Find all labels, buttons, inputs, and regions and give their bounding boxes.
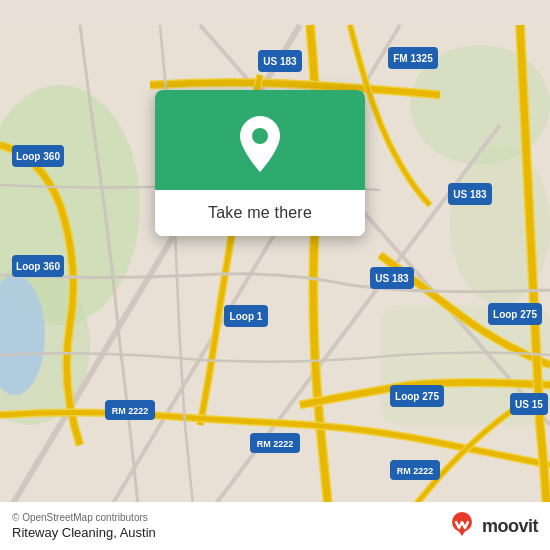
svg-text:FM 1325: FM 1325 [393,53,433,64]
svg-text:US 183: US 183 [263,56,297,67]
map-container: US 183 FM 1325 Loop 360 Loop 360 US 183 … [0,0,550,550]
moovit-icon [446,510,478,542]
svg-text:US 15: US 15 [515,399,543,410]
map-attribution: © OpenStreetMap contributors [12,512,156,523]
svg-text:Loop 1: Loop 1 [230,311,263,322]
popup-header [155,90,365,190]
popup-card: Take me there [155,90,365,236]
moovit-brand-text: moovit [482,516,538,537]
svg-text:US 183: US 183 [375,273,409,284]
bottom-bar: © OpenStreetMap contributors Riteway Cle… [0,502,550,550]
svg-text:US 183: US 183 [453,189,487,200]
take-me-there-button[interactable]: Take me there [155,190,365,236]
moovit-logo: moovit [446,510,538,542]
svg-text:Loop 360: Loop 360 [16,261,60,272]
svg-marker-41 [458,530,466,536]
map-background: US 183 FM 1325 Loop 360 Loop 360 US 183 … [0,0,550,550]
svg-text:Loop 360: Loop 360 [16,151,60,162]
svg-point-39 [252,128,268,144]
location-pin-icon [234,118,286,170]
svg-text:RM 2222: RM 2222 [397,466,434,476]
bottom-left: © OpenStreetMap contributors Riteway Cle… [12,512,156,540]
svg-text:RM 2222: RM 2222 [257,439,294,449]
place-name: Riteway Cleaning, Austin [12,525,156,540]
svg-text:Loop 275: Loop 275 [395,391,439,402]
svg-text:Loop 275: Loop 275 [493,309,537,320]
svg-text:RM 2222: RM 2222 [112,406,149,416]
